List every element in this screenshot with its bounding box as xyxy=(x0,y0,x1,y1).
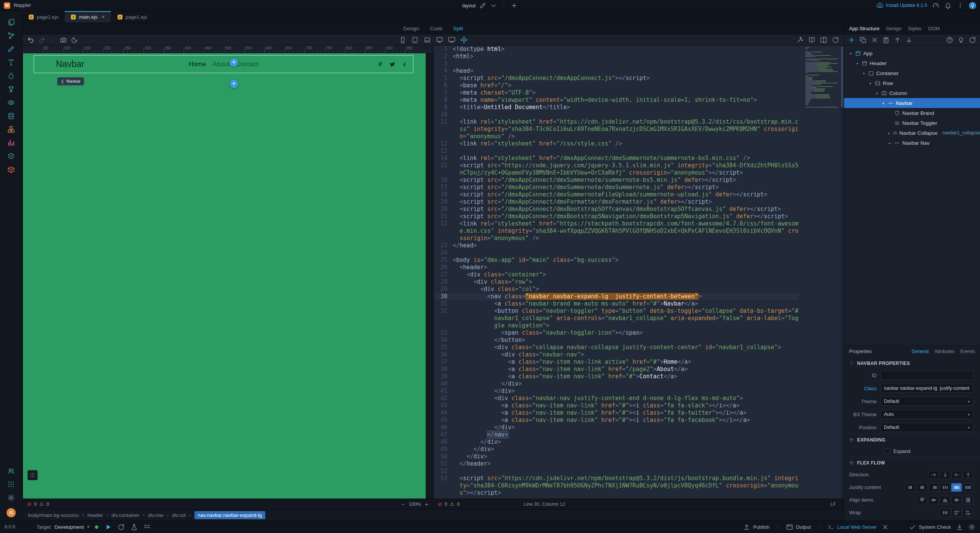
notifications-icon[interactable] xyxy=(944,2,952,9)
position-select[interactable]: Default▾ xyxy=(880,423,973,432)
rail-grid-button[interactable] xyxy=(6,479,16,489)
code-line[interactable]: 9 <title>Untitled Document</title> xyxy=(434,104,799,111)
class-input[interactable] xyxy=(880,384,973,393)
code-line[interactable]: 44 <a class="nav-item nav-link" href="#"… xyxy=(434,409,799,417)
panel-tab-app-structure[interactable]: App Structure xyxy=(849,26,880,31)
reload-code-button[interactable] xyxy=(832,36,839,44)
properties-tab-general[interactable]: General xyxy=(911,349,928,354)
code-line[interactable]: 6 <base href="/"> xyxy=(434,82,799,89)
jc-end-button[interactable] xyxy=(928,483,939,492)
rail-pencil-button[interactable] xyxy=(6,44,16,54)
tree-item-container[interactable]: ▾Container xyxy=(844,68,980,78)
add-layout-button[interactable] xyxy=(510,2,518,9)
tree-item-column[interactable]: ▾Column xyxy=(844,88,980,98)
duplicate-button[interactable] xyxy=(859,36,867,44)
dir-row-rev-button[interactable] xyxy=(951,471,962,479)
viewport-laptop-button[interactable] xyxy=(423,36,431,44)
rail-boxes-button[interactable] xyxy=(6,124,16,134)
jc-evenly-button[interactable] xyxy=(963,483,973,492)
code-line[interactable]: 50 </div> xyxy=(434,453,799,460)
code-line[interactable]: 7 <meta charset="UTF-8"> xyxy=(434,89,799,96)
ai-start-button[interactable] xyxy=(917,496,927,504)
code-line[interactable]: 8 <meta name="viewport" content="width=d… xyxy=(434,96,799,104)
panel-tab-dom[interactable]: DOM xyxy=(928,26,939,31)
caret-right-icon[interactable]: ▸ xyxy=(888,141,892,145)
expand-checkbox[interactable] xyxy=(884,448,890,454)
bs-theme-select[interactable]: Auto▾ xyxy=(880,410,973,419)
code-line[interactable]: 48 </div> xyxy=(434,438,799,446)
theme-select[interactable]: Default▾ xyxy=(880,397,973,406)
refresh-tree-button[interactable] xyxy=(969,36,976,44)
code-line[interactable]: 21 <script src="/dmxAppConnect/dmxBootst… xyxy=(434,213,799,220)
code-line[interactable]: 33 <span class="navbar-toggler-icon"></s… xyxy=(434,329,799,337)
code-pane[interactable]: 1<!doctype html>2<html>34<head>5 <script… xyxy=(433,46,844,499)
run-button[interactable] xyxy=(105,523,112,531)
dark-mode-toggle[interactable] xyxy=(71,36,78,44)
close-tab-icon[interactable]: ✕ xyxy=(101,15,105,20)
code-scrollbar[interactable] xyxy=(841,46,844,499)
code-line[interactable]: 18 <script src="/dmxAppConnect/dmxSummer… xyxy=(434,191,799,198)
preview-slack-icon[interactable]: # xyxy=(377,61,384,67)
tree-item-navbar-nav[interactable]: ▸Navbar Nav xyxy=(844,138,980,148)
design-canvas[interactable]: Navbar HomeAboutContact # ❮ Navbar + xyxy=(23,53,433,499)
caret-down-icon[interactable]: ▾ xyxy=(875,91,879,95)
code-line[interactable]: 27 <div class="container"> xyxy=(434,271,799,278)
code-line[interactable]: 34 </button> xyxy=(434,337,799,344)
preview-link-contact[interactable]: Contact xyxy=(236,60,259,68)
breadcrumb-item[interactable]: nav.navbar.navbar-expand-lg xyxy=(194,511,265,519)
code-line[interactable]: 24 xyxy=(434,249,799,257)
rail-typo-button[interactable] xyxy=(6,57,16,67)
downloads-button[interactable] xyxy=(956,523,963,531)
dir-col-rev-button[interactable] xyxy=(963,471,973,479)
stop-server-button[interactable] xyxy=(882,523,889,531)
code-line[interactable]: 52 xyxy=(434,468,799,475)
ai-center-button[interactable] xyxy=(928,496,939,504)
code-line[interactable]: 26 <header> xyxy=(434,264,799,271)
tree-item-navbar-brand[interactable]: Navbar Brand xyxy=(844,108,980,118)
code-line[interactable]: 38 <a class="nav-item nav-link" href="/p… xyxy=(434,366,799,373)
viewport-tablet-button[interactable] xyxy=(411,36,418,44)
code-line[interactable]: 20 <script src="/dmxAppConnect/dmxBootst… xyxy=(434,206,799,213)
code-line[interactable]: 25<body is="dmx-app" id="main" class="bg… xyxy=(434,257,799,264)
caret-down-icon[interactable]: ▾ xyxy=(855,61,859,65)
dir-col-button[interactable] xyxy=(940,471,950,479)
settings-button[interactable] xyxy=(968,523,975,531)
zoom-out-button[interactable]: − xyxy=(402,501,405,507)
rail-package-button[interactable] xyxy=(6,165,16,175)
free-layout-button[interactable] xyxy=(460,36,467,44)
code-line[interactable]: 15 <script src="https://code.jquery.com/… xyxy=(434,162,799,177)
code-line[interactable]: 47 </nav> xyxy=(434,431,799,438)
code-line[interactable]: 39 <a class="nav-item nav-link" href="#"… xyxy=(434,373,799,380)
redo-button[interactable] xyxy=(38,36,46,44)
breadcrumb-item[interactable]: body#main.bg-success xyxy=(28,512,79,518)
code-line[interactable]: 22 <link rel="stylesheet" href="https://… xyxy=(434,220,799,242)
tab-page1-ejs[interactable]: epage1.ejs xyxy=(111,11,154,23)
jc-center-button[interactable] xyxy=(917,483,927,492)
tree-item-navbar[interactable]: ▾Navbar xyxy=(844,98,980,108)
rail-trophy-button[interactable] xyxy=(6,84,16,94)
code-line[interactable]: 42 <div class="navbar-nav justify-conten… xyxy=(434,395,799,402)
layout-dropdown-icon[interactable] xyxy=(490,2,497,9)
help-button[interactable] xyxy=(946,36,953,44)
tasks-button[interactable] xyxy=(144,523,151,531)
ai-stretch-button[interactable] xyxy=(963,496,973,504)
grid-toggle-button[interactable] xyxy=(28,470,38,480)
install-update-button[interactable]: Install Update 6.1.0 xyxy=(876,2,927,9)
wrap-rev-button[interactable] xyxy=(963,508,973,517)
preview-navbar[interactable]: Navbar HomeAboutContact # xyxy=(34,55,413,73)
edit-layout-icon[interactable] xyxy=(479,2,486,9)
code-line[interactable]: 36 <div class="navbar-nav"> xyxy=(434,351,799,358)
rail-flows-button[interactable] xyxy=(6,31,16,41)
preview-link-about[interactable]: About xyxy=(212,60,229,68)
tab-main-ejs[interactable]: emain.ejs✕ xyxy=(65,11,111,23)
code-line[interactable]: 46 </div> xyxy=(434,424,799,431)
rail-drop-button[interactable] xyxy=(6,71,16,81)
rail-chart-button[interactable] xyxy=(6,138,16,148)
code-line[interactable]: 35 <div class="collapse navbar-collapse … xyxy=(434,344,799,351)
more-menu-icon[interactable] xyxy=(957,2,964,9)
code-line[interactable]: 43 <a class="nav-item nav-link" href="#"… xyxy=(434,402,799,409)
tree-item-header[interactable]: ▾Header xyxy=(844,58,980,68)
target-selector[interactable]: Target: Development ▼ xyxy=(37,524,90,530)
paste-button[interactable] xyxy=(882,36,890,44)
jc-start-button[interactable] xyxy=(905,483,916,492)
